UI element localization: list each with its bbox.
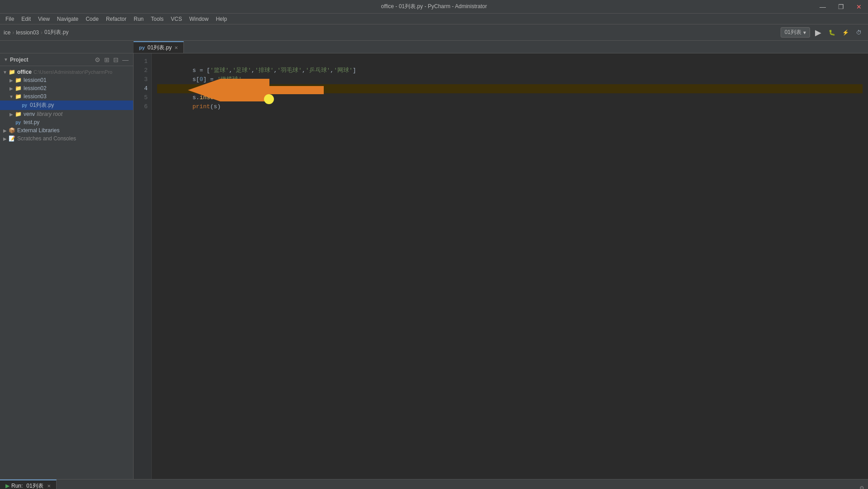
line-num-2: 2: [134, 66, 151, 75]
code-content[interactable]: s = ['篮球','足球','排球','羽毛球','乒乓球','网球'] s[…: [152, 53, 868, 479]
menu-window[interactable]: Window: [186, 15, 212, 23]
close-button[interactable]: ✕: [850, 0, 868, 14]
run-tab-close[interactable]: ✕: [47, 484, 51, 489]
breadcrumb: ice › lession03 › 01列表.py: [4, 29, 68, 36]
line-num-5: 5: [134, 93, 151, 102]
bottom-tab-run[interactable]: ▶ Run: 01列表 ✕: [0, 479, 57, 489]
menu-tools[interactable]: Tools: [147, 15, 167, 23]
sidebar-item-office[interactable]: ▼ 📁 office C:\Users\Administrator\Pychar…: [0, 68, 133, 76]
run-tab-label: Run:: [11, 483, 23, 489]
office-label: office: [17, 69, 32, 75]
sidebar-item-01list[interactable]: py 01列表.py: [0, 101, 133, 110]
office-path: C:\Users\Administrator\PycharmPro: [34, 69, 112, 75]
breadcrumb-sep1: ›: [12, 29, 14, 36]
menubar: File Edit View Navigate Code Refactor Ru…: [0, 14, 868, 24]
debug-button[interactable]: 🐛: [826, 27, 837, 38]
sidebar-item-venv[interactable]: ▶ 📁 venv library root: [0, 110, 133, 118]
tab-label: 01列表.py: [148, 44, 172, 52]
menu-run[interactable]: Run: [130, 15, 147, 23]
run-with-coverage-button[interactable]: ⚡: [840, 27, 851, 38]
main-layout: ▼ Project ⚙ ⊞ ⊟ — ▼ 📁 office C:\Users\Ad…: [0, 53, 868, 479]
lession02-label: lession02: [24, 85, 47, 91]
window-controls: — ❐ ✕: [814, 0, 868, 14]
code-line-5: print(s): [157, 93, 863, 102]
code-line-2: s[0] = '橄榄球': [157, 66, 863, 75]
line-num-3: 3: [134, 75, 151, 84]
sidebar-expand-icon[interactable]: ⊞: [103, 55, 110, 64]
sidebar-hide-icon[interactable]: —: [121, 55, 129, 64]
line-num-4: 4: [134, 84, 151, 93]
menu-vcs[interactable]: VCS: [167, 15, 186, 23]
sidebar-collapse-icon[interactable]: ⊟: [112, 55, 120, 64]
lession03-label: lession03: [24, 93, 47, 100]
venv-extra: library root: [37, 111, 62, 117]
test-py-label: test.py: [24, 119, 39, 125]
sidebar-item-scratches[interactable]: ▶ 📝 Scratches and Consoles: [0, 134, 133, 143]
menu-navigate[interactable]: Navigate: [53, 15, 82, 23]
run-config-label: 01列表: [785, 29, 801, 36]
run-tab-icon: ▶: [5, 483, 10, 489]
editor-tab-active[interactable]: py 01列表.py ✕: [134, 41, 184, 53]
sidebar-header: ▼ Project ⚙ ⊞ ⊟ —: [0, 53, 133, 66]
breadcrumb-file: 01列表.py: [44, 29, 68, 36]
tab-py-icon: py: [139, 45, 145, 50]
line-num-1: 1: [134, 57, 151, 66]
menu-help[interactable]: Help: [212, 15, 231, 23]
editor-area[interactable]: 1 2 3 4 5 6 s = ['篮球','足球','排球','羽毛球','乒…: [134, 53, 868, 479]
line-num-6: 6: [134, 102, 151, 111]
sidebar-item-lession02[interactable]: ▶ 📁 lession02: [0, 84, 133, 92]
venv-label: venv: [24, 111, 35, 117]
breadcrumb-lession: lession03: [16, 29, 39, 36]
run-tab-name: 01列表: [26, 482, 43, 489]
profile-button[interactable]: ⏱: [854, 27, 864, 38]
breadcrumb-root: ice: [4, 29, 10, 36]
bottom-settings-icon[interactable]: ⚙: [859, 485, 864, 489]
scratches-label: Scratches and Consoles: [17, 135, 76, 142]
project-tree: ▼ 📁 office C:\Users\Administrator\Pychar…: [0, 66, 133, 479]
sidebar-item-testpy[interactable]: py test.py: [0, 118, 133, 126]
code-line-3: s.append('水球'): [157, 75, 863, 84]
sidebar-item-lession01[interactable]: ▶ 📁 lession01: [0, 76, 133, 84]
sidebar-item-external-libs[interactable]: ▶ 📦 External Libraries: [0, 126, 133, 134]
bottom-panel: ▶ Run: 01列表 ✕ ⚙ ▶ ↺ ■ ⤓ ▤ 🖨 🗑 C:\Users\A…: [0, 479, 868, 489]
editor-tabs: py 01列表.py ✕: [0, 41, 868, 53]
file-01list-label: 01列表.py: [30, 101, 54, 109]
code-line-4: s.insert(1,'篮球'): [157, 84, 863, 93]
maximize-button[interactable]: ❐: [832, 0, 850, 14]
titlebar: office - 01列表.py - PyCharm - Administrat…: [0, 0, 868, 14]
code-editor: 1 2 3 4 5 6 s = ['篮球','足球','排球','羽毛球','乒…: [134, 53, 868, 479]
breadcrumb-sep2: ›: [41, 29, 43, 36]
code-line-1: s = ['篮球','足球','排球','羽毛球','乒乓球','网球']: [157, 57, 863, 66]
sidebar: ▼ Project ⚙ ⊞ ⊟ — ▼ 📁 office C:\Users\Ad…: [0, 53, 134, 479]
sidebar-title: Project: [10, 57, 29, 63]
title-text: office - 01列表.py - PyCharm - Administrat…: [381, 3, 487, 10]
run-button[interactable]: ▶: [813, 27, 824, 38]
toolbar: ice › lession03 › 01列表.py 01列表 ▾ ▶ 🐛 ⚡ ⏱: [0, 24, 868, 41]
minimize-button[interactable]: —: [814, 0, 832, 14]
menu-code[interactable]: Code: [82, 15, 102, 23]
bottom-tabs: ▶ Run: 01列表 ✕ ⚙: [0, 479, 868, 489]
external-libs-label: External Libraries: [17, 127, 59, 134]
toolbar-right: 01列表 ▾ ▶ 🐛 ⚡ ⏱: [781, 27, 864, 38]
run-config-selector[interactable]: 01列表 ▾: [781, 27, 810, 38]
lession01-label: lession01: [24, 77, 47, 83]
code-line-6: [157, 102, 863, 111]
menu-edit[interactable]: Edit: [18, 15, 34, 23]
tab-close-button[interactable]: ✕: [174, 45, 178, 50]
run-config-arrow-icon: ▾: [803, 29, 806, 36]
sidebar-settings-icon[interactable]: ⚙: [94, 55, 101, 64]
menu-refactor[interactable]: Refactor: [102, 15, 130, 23]
line-numbers: 1 2 3 4 5 6: [134, 53, 152, 479]
sidebar-icons: ⚙ ⊞ ⊟ —: [94, 55, 129, 64]
menu-view[interactable]: View: [34, 15, 53, 23]
sidebar-item-lession03[interactable]: ▼ 📁 lession03: [0, 92, 133, 101]
menu-file[interactable]: File: [2, 15, 18, 23]
